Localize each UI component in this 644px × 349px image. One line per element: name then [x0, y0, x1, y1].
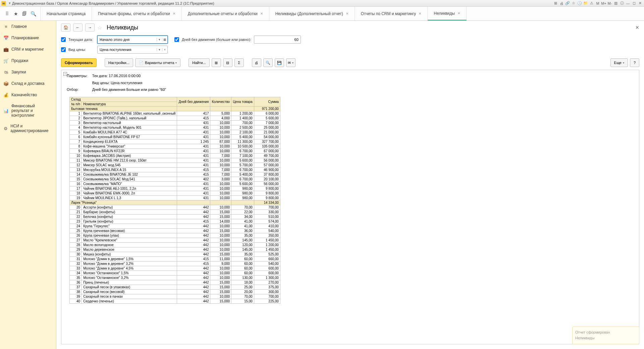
save-button[interactable]: 💾 — [275, 58, 284, 67]
table-row[interactable]: 40Сердечко (печенье)44215,00015,00225,00 — [70, 299, 280, 303]
star-icon[interactable]: ☆ — [571, 1, 576, 6]
help-button[interactable]: ? — [630, 58, 639, 67]
table-row[interactable]: 31Молоко "Домик в деревне" 1,5%41511,000… — [70, 256, 280, 261]
tree-toggle-params[interactable]: − — [63, 72, 67, 76]
days-enable-checkbox[interactable] — [174, 37, 179, 42]
table-row[interactable]: 33Молоко "Домик в деревне" 4,5%44210,000… — [70, 266, 280, 271]
table-row[interactable]: 4Вентилятор настольный, Модель 90143110,… — [70, 125, 280, 130]
table-row[interactable]: 11Миксер BINATONE HM 212,6 скор. 150вт43… — [70, 158, 280, 163]
sidebar-item-5[interactable]: 📦Склад и доставка — [0, 78, 56, 89]
table-row[interactable]: 15Соковыжималка SOLAC Мод.5414023,0006 7… — [70, 177, 280, 181]
table-row[interactable]: 13Мясорубка MOULINEX A 154157,0006 700,0… — [70, 167, 280, 172]
favorite-toggle[interactable]: ☆ — [97, 24, 102, 31]
group-row[interactable]: Бытовая техника971 200,00 — [70, 106, 280, 111]
mminus-icon[interactable]: M- — [607, 1, 612, 6]
table-row[interactable]: 25Крупа гречневая (весовая)44215,00036,0… — [70, 228, 280, 233]
date-input[interactable] — [98, 38, 157, 42]
more-button[interactable]: Еще▾ — [610, 58, 628, 67]
price-enable-checkbox[interactable] — [61, 47, 66, 52]
print-icon[interactable]: 🖨 — [559, 1, 564, 6]
table-row[interactable]: 27Масло "Кремлевское"44210,000145,001 45… — [70, 238, 280, 242]
notification[interactable]: Отчет сформирован Неликвиды — [572, 327, 639, 344]
report-area[interactable]: − Параметры:Тек дата: 17.06.2016 0:00:00… — [61, 70, 639, 344]
m-icon[interactable]: M — [595, 1, 600, 6]
sidebar-item-7[interactable]: 📊Финансовый результат и контроллинг — [0, 101, 56, 121]
tab-close-icon[interactable]: ✕ — [419, 12, 421, 15]
tab-2[interactable]: Дополнительные отчеты и обработки✕ — [182, 7, 269, 20]
table-row[interactable]: 1Вентилятор BINATONE ALPINE 160вт, напол… — [70, 111, 280, 116]
date-dropdown-icon[interactable]: ▾ — [157, 38, 162, 41]
table-row[interactable]: 20Ассорти (конфеты)44210,00070,00700,00 — [70, 205, 280, 210]
group-row[interactable]: Ларек "Розница"14 334,00 — [70, 200, 280, 205]
find-button[interactable]: Найти... — [189, 58, 210, 67]
sidebar-item-8[interactable]: ⚙НСИ и администрирование — [0, 121, 56, 136]
price-clear-icon[interactable]: × — [162, 48, 167, 51]
table-row[interactable]: 16Соковыжималка "МАПО"43110,0005 600,005… — [70, 181, 280, 186]
tab-close-icon[interactable]: ✕ — [458, 11, 460, 15]
table-row[interactable]: 2Вентилятор JIPONIC (Тайв.), напольный41… — [70, 116, 280, 120]
sidebar-item-0[interactable]: ≡Главное — [0, 21, 56, 32]
back-button[interactable]: ← — [73, 23, 83, 32]
history-icon[interactable]: 🗐 — [21, 11, 28, 17]
table-row[interactable]: 30Мишка (конфеты)44215,00035,00525,00 — [70, 252, 280, 256]
link-icon[interactable]: 🔗 — [565, 1, 570, 6]
mplus-icon[interactable]: M+ — [601, 1, 606, 6]
tab-0[interactable]: Начальная страница — [41, 7, 92, 20]
days-input[interactable] — [254, 36, 301, 44]
tab-1[interactable]: Печатные формы, отчеты и обработки✕ — [92, 7, 182, 20]
sidebar-item-1[interactable]: 📅Планирование — [0, 32, 56, 44]
apps-icon[interactable]: ⠿ — [4, 11, 10, 17]
search-icon[interactable]: 🔍 — [30, 11, 36, 17]
clock-icon[interactable]: 🕓 — [577, 1, 582, 6]
table-row[interactable]: 12Миксер SOLAC мод.54543110,0005 700,005… — [70, 163, 280, 167]
table-row[interactable]: 34Молоко "Останкинское" 1,5%44210,00060,… — [70, 271, 280, 275]
table-row[interactable]: 19Чайник MOULINEX L 1,343110,000980,009 … — [70, 195, 280, 200]
table-row[interactable]: 6Комбайн кухонный BINATONE FP 6743110,00… — [70, 134, 280, 139]
dropdown-icon[interactable]: ▾ — [9, 1, 11, 5]
close-icon[interactable]: ✕ — [637, 1, 643, 6]
fav-icon[interactable]: ★ — [13, 11, 19, 17]
tab-3[interactable]: Неликвиды (Дополнительный отчет)✕ — [269, 7, 355, 20]
tab-close-icon[interactable]: ✕ — [346, 12, 348, 15]
minimize-icon[interactable]: — — [625, 1, 631, 6]
table-row[interactable]: 8Кофе-машина "Универсал"43110,00010 500,… — [70, 144, 280, 149]
table-row[interactable]: 36Принц (печенье)44215,00018,00270,00 — [70, 280, 280, 285]
print-button[interactable]: 🖨 — [252, 58, 261, 67]
date-combo[interactable]: ▾ ▦ — [97, 36, 168, 44]
table-row[interactable]: 9Кофеварка BRAUN KF22R43110,0006 700,006… — [70, 149, 280, 153]
sidebar-item-3[interactable]: 🛒Продажи — [0, 55, 56, 66]
tab-5[interactable]: Неликвиды✕ — [428, 7, 467, 20]
tab-4[interactable]: Отчеты по CRM и маркетингу✕ — [355, 7, 428, 20]
table-row[interactable]: 18Чайник BINATONE EWK-3000, 2л43110,0009… — [70, 191, 280, 195]
folder-icon[interactable]: 📁 — [583, 1, 588, 6]
forward-button[interactable]: → — [85, 23, 95, 32]
table-row[interactable]: 24Крупа "Геркулес"44210,00041,00410,00 — [70, 224, 280, 228]
table-row[interactable]: 23Грильяж (конфеты)41514,00041,00574,00 — [70, 219, 280, 224]
preview-button[interactable]: 🔍 — [263, 58, 273, 67]
info-icon[interactable]: ⓘ — [619, 1, 625, 6]
table-row[interactable]: 39Сахарный песок в пачках44210,00070,007… — [70, 294, 280, 299]
table-row[interactable]: 26Крупа гречневая (упак)44210,00035,0035… — [70, 233, 280, 238]
home-button[interactable]: 🏠 — [61, 23, 70, 32]
table-row[interactable]: 28Масло вологодское44210,000120,001 200,… — [70, 242, 280, 247]
date-enable-checkbox[interactable] — [61, 37, 66, 42]
sidebar-item-2[interactable]: 💼CRM и маркетинг — [0, 44, 56, 55]
maximize-icon[interactable]: ◻ — [631, 1, 637, 6]
collapse-button[interactable]: ⊟ — [223, 58, 232, 67]
sum-button[interactable]: Σ — [234, 58, 244, 67]
date-picker-icon[interactable]: ▦ — [162, 38, 167, 41]
expand-button[interactable]: ⊞ — [212, 58, 221, 67]
mail-button[interactable]: ✉▾ — [286, 58, 296, 67]
table-row[interactable]: 7Кондиционер ELEKTA1 24587,00011 300,003… — [70, 139, 280, 144]
table-row[interactable]: 21Барбарис (конфеты)44215,00022,00330,00 — [70, 210, 280, 214]
tab-close-icon[interactable]: ✕ — [173, 12, 175, 15]
table-row[interactable]: 17Чайник BINATONE AEJ-1001, 2,2л43110,00… — [70, 186, 280, 191]
price-combo[interactable]: ▾ × — [97, 46, 168, 54]
table-row[interactable]: 38Сахарный песок (весовой)44215,00020,00… — [70, 289, 280, 294]
table-row[interactable]: 35Молоко "Останкинское" 3,2%44210,000130… — [70, 275, 280, 280]
sidebar-item-4[interactable]: 🛍Закупки — [0, 66, 56, 78]
table-row[interactable]: 3Вентилятор настольный43110,000700,007 0… — [70, 120, 280, 125]
settings-button[interactable]: Настройки... — [105, 58, 133, 67]
variants-button[interactable]: 📄Варианты отчета▾ — [135, 58, 180, 67]
table-row[interactable]: 29Масло деревенское44210,000145,001 450,… — [70, 247, 280, 252]
